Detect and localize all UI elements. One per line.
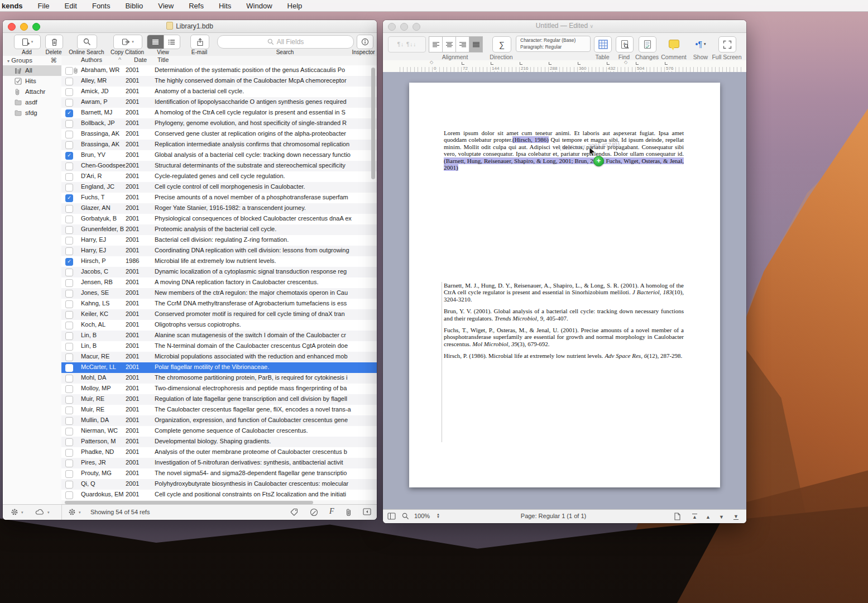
table-row[interactable]: Macur, RE2001Microbial populations assoc…	[61, 352, 377, 362]
paperclip-icon[interactable]	[346, 508, 352, 516]
tab-stop-marker[interactable]	[520, 62, 522, 65]
document-area[interactable]: Lorem ipsum dolor sit amet cum tenetur a…	[383, 72, 746, 510]
row-checkbox[interactable]	[65, 332, 73, 340]
sidebar-item-sfdg[interactable]: sfdg	[3, 108, 61, 118]
table-row[interactable]: Lin, B2001The N-terminal domain of the C…	[61, 341, 377, 352]
table-row[interactable]: Grunenfelder, B2001Proteomic analysis of…	[61, 224, 377, 235]
table-row[interactable]: Muir, RE2001Regulation of late flagellar…	[61, 394, 377, 405]
row-checkbox[interactable]	[65, 385, 73, 393]
tab-stop-marker[interactable]	[491, 62, 493, 65]
row-checkbox[interactable]	[65, 406, 73, 414]
writer-titlebar[interactable]: Untitled — Edited ∨	[383, 20, 746, 33]
zoom-magnifier-icon[interactable]	[402, 513, 409, 520]
column-authors[interactable]: Authors	[81, 56, 102, 63]
direction-button[interactable]: ∑	[492, 36, 511, 52]
row-checkbox[interactable]	[65, 226, 73, 234]
row-checkbox[interactable]	[65, 269, 73, 276]
tab-stop-marker[interactable]	[607, 62, 610, 65]
add-button[interactable]: ▾	[14, 35, 41, 49]
table-row[interactable]: Bollback, JP2001Phylogeny, genome evolut…	[61, 118, 377, 129]
row-checkbox[interactable]	[65, 247, 73, 255]
table-row[interactable]: Prouty, MG2001The novel sigma54- and sig…	[61, 468, 377, 479]
table-row[interactable]: Qi, Q2001Polyhydroxybutyrate biosynthesi…	[61, 479, 377, 490]
column-title[interactable]: Title	[157, 56, 169, 63]
bibliography[interactable]: Barnett, M. J., Hung, D. Y., Reisenauer,…	[444, 282, 684, 365]
row-checkbox[interactable]	[65, 396, 73, 404]
align-justify-icon[interactable]	[469, 36, 483, 52]
menu-item-file[interactable]: File	[38, 2, 50, 10]
table-row[interactable]: Mohl, DA2001The chromosome partitioning …	[61, 373, 377, 384]
table-row[interactable]: Harry, EJ2001Bacterial cell division: re…	[61, 235, 377, 246]
align-right-icon[interactable]	[455, 36, 469, 52]
tab-stop-marker[interactable]	[636, 62, 639, 65]
go-to-bottom-icon[interactable]: ▼	[733, 514, 738, 520]
row-checkbox[interactable]: ✓	[65, 109, 73, 117]
row-checkbox[interactable]	[65, 141, 73, 149]
table-row[interactable]: Jones, SE2001New members of the ctrA reg…	[61, 288, 377, 299]
changes-button[interactable]	[639, 36, 656, 52]
previous-page-icon[interactable]: ▲	[706, 514, 711, 520]
row-checkbox[interactable]: ✓	[65, 152, 73, 160]
row-checkbox[interactable]	[65, 343, 73, 351]
find-button[interactable]: A	[616, 36, 634, 52]
row-checkbox[interactable]	[65, 375, 73, 382]
edit-pencil-icon[interactable]	[310, 508, 318, 516]
next-page-icon[interactable]: ▼	[719, 514, 724, 520]
sidebar-item-hits[interactable]: Hits	[3, 76, 61, 87]
row-checkbox[interactable]	[65, 216, 73, 223]
email-button[interactable]	[190, 35, 209, 49]
table-row[interactable]: Patterson, M2001Developmental biology. S…	[61, 437, 377, 447]
row-checkbox[interactable]	[65, 417, 73, 425]
row-checkbox[interactable]	[65, 67, 73, 75]
groups-header[interactable]: ▾ Groups ⌘	[3, 56, 61, 65]
fullscreen-button[interactable]	[718, 36, 736, 52]
table-row[interactable]: Chen-Goodspee2001Structural determinants…	[61, 161, 377, 171]
table-row[interactable]: Amick, JD2001Anatomy of a bacterial cell…	[61, 87, 377, 97]
sidebar-toggle-icon[interactable]	[387, 513, 396, 520]
table-row[interactable]: Quardokus, EM2001Cell cycle and position…	[61, 490, 377, 500]
menu-item-fonts[interactable]: Fonts	[92, 2, 111, 10]
table-row[interactable]: ✓Hirsch, P1986Microbial life at extremel…	[61, 256, 377, 267]
table-row[interactable]: Awram, P2001Identification of lipopolysa…	[61, 97, 377, 108]
view-detail-icon[interactable]	[164, 35, 180, 49]
table-row[interactable]: Alley, MR2001The highly conserved domain…	[61, 76, 377, 87]
row-checkbox[interactable]	[65, 237, 73, 245]
row-checkbox[interactable]	[65, 364, 73, 372]
view-list-icon[interactable]	[147, 35, 164, 49]
table-row[interactable]: Abraham, WR2001Determination of the syst…	[61, 65, 377, 76]
gear-menu-icon-2[interactable]	[68, 508, 76, 516]
row-checkbox[interactable]	[65, 78, 73, 85]
align-center-icon[interactable]	[442, 36, 456, 52]
row-checkbox[interactable]	[65, 438, 73, 446]
bookends-titlebar[interactable]: Library1.bdb	[3, 20, 377, 33]
row-checkbox[interactable]	[65, 162, 73, 170]
row-checkbox[interactable]	[65, 131, 73, 138]
ruler[interactable]: ◇ ◇ 072144216288360432504576	[383, 60, 746, 73]
table-row[interactable]: Glazer, AN2001Roger Yate Stanier, 1916-1…	[61, 203, 377, 214]
table-row[interactable]: Phadke, ND2001Analysis of the outer memb…	[61, 447, 377, 458]
sidebar-toggle-icon[interactable]	[363, 508, 371, 515]
table-row[interactable]: Kahng, LS2001The CcrM DNA methyltransfer…	[61, 299, 377, 309]
style-indicator[interactable]: Character: Regular (Base) Paragraph: Reg…	[516, 36, 591, 52]
row-checkbox[interactable]	[65, 470, 73, 478]
table-row[interactable]: ✓Fuchs, T2001Precise amounts of a novel …	[61, 193, 377, 203]
search-input[interactable]: All Fields	[217, 35, 354, 49]
right-margin-marker[interactable]: ◇	[624, 60, 627, 65]
menu-item-hits[interactable]: Hits	[219, 2, 231, 10]
show-invisibles-button[interactable]: •¶▾	[692, 36, 709, 51]
tag-icon[interactable]	[290, 508, 298, 516]
alignment-segmented-control[interactable]	[429, 36, 483, 52]
menu-item-window[interactable]: Window	[246, 2, 272, 10]
table-row[interactable]: England, JC2001Cell cycle control of cel…	[61, 182, 377, 193]
row-checkbox[interactable]	[65, 491, 73, 499]
left-margin-marker[interactable]: ◇	[430, 60, 433, 65]
menu-item-edit[interactable]: Edit	[65, 2, 77, 10]
table-row[interactable]: Koch, AL2001Oligotrophs versus copiotrop…	[61, 320, 377, 331]
gear-menu-icon[interactable]	[11, 508, 18, 516]
row-checkbox[interactable]	[65, 88, 73, 96]
delete-button[interactable]	[45, 35, 63, 49]
row-checkbox[interactable]: ✓	[65, 258, 73, 266]
row-checkbox[interactable]	[65, 173, 73, 181]
table-row[interactable]: Gorbatyuk, B2001Physiological consequenc…	[61, 214, 377, 224]
body-paragraph[interactable]: Lorem ipsum dolor sit amet cum tenetur a…	[444, 130, 684, 171]
